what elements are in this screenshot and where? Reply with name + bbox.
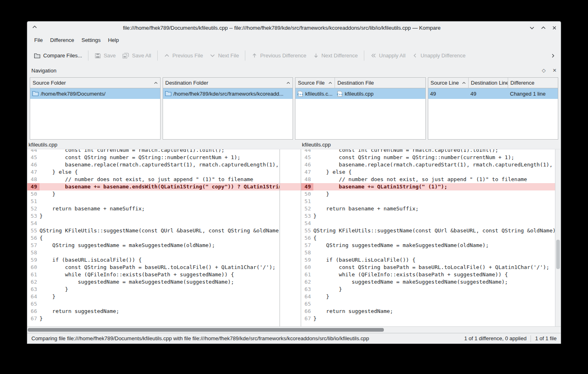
chevron-right-icon xyxy=(550,53,556,59)
float-panel-icon[interactable]: ◇ xyxy=(542,68,546,73)
destination-folder-pane: Destination Folder /home/fhek789/kde/src… xyxy=(163,77,293,140)
vertical-scrollbar-thumb[interactable] xyxy=(556,240,560,269)
vertical-scrollbar[interactable] xyxy=(555,149,561,326)
maximize-button[interactable] xyxy=(541,26,546,30)
code-text: } xyxy=(313,293,555,300)
code-text: if (baseURL.isLocalFile()) { xyxy=(40,256,280,264)
window-controls xyxy=(529,22,557,34)
difference-row[interactable]: 49 49 Changed 1 line xyxy=(428,88,558,99)
navigation-title: Navigation xyxy=(31,68,56,74)
files-header[interactable]: Source File Destination File xyxy=(295,78,425,88)
toolbar-separator xyxy=(157,50,158,61)
svg-text:C++: C++ xyxy=(297,93,303,96)
code-text: while (QFileInfo::exists(basePath + sugg… xyxy=(40,271,280,278)
unapply-all-button[interactable]: Unapply All xyxy=(367,50,409,61)
destination-line-value: 49 xyxy=(471,91,476,97)
previous-file-button[interactable]: Previous File xyxy=(161,50,206,61)
compare-files-button[interactable]: Compare Files... xyxy=(31,50,85,62)
line-number: 60 xyxy=(301,264,313,271)
toolbar-overflow-button[interactable] xyxy=(548,51,557,60)
code-line-66: 66 return suggestedName; xyxy=(27,308,280,315)
code-line-57: 57 QString suggestedName = makeSuggested… xyxy=(27,242,280,249)
code-line-48: 48 // number does not exist, so just app… xyxy=(301,176,555,183)
menu-help[interactable]: Help xyxy=(104,35,123,45)
destination-folder-header[interactable]: Destination Folder xyxy=(163,78,293,88)
line-number: 52 xyxy=(301,205,313,212)
code-text: } else { xyxy=(313,168,555,176)
code-line-47: 47 } else { xyxy=(301,168,555,176)
code-text xyxy=(313,198,555,205)
code-line-54: 54 xyxy=(301,220,555,227)
close-button[interactable] xyxy=(552,26,557,30)
code-text xyxy=(313,300,555,308)
sort-ascending-icon xyxy=(286,82,290,84)
destination-pane-title: kfileutils.cpp xyxy=(302,142,331,148)
destination-file-header-label: Destination File xyxy=(337,80,374,86)
code-line-50: 50 } xyxy=(301,190,555,198)
save-button[interactable]: Save xyxy=(91,50,119,62)
save-all-button[interactable]: Save All xyxy=(119,50,154,62)
code-line-49[interactable]: 49 basename += basename.endsWith(QLatin1… xyxy=(27,183,280,190)
source-folder-pane: Source Folder /home/fhek789/Documents/ xyxy=(30,77,161,140)
code-text: QString suggestedName = makeSuggestedNam… xyxy=(40,242,280,249)
unapply-difference-button[interactable]: Unapply Difference xyxy=(409,50,469,61)
line-number: 50 xyxy=(301,190,313,198)
code-text: } xyxy=(313,190,555,198)
code-line-53: 53} xyxy=(301,212,555,220)
previous-difference-button[interactable]: Previous Difference xyxy=(248,50,309,61)
close-panel-icon[interactable]: ✕ xyxy=(553,68,557,73)
code-line-44: 44 const int currentNum = rmatch.capture… xyxy=(301,149,555,154)
titlebar[interactable]: file:///home/fhek789/Documents/kfileutil… xyxy=(27,22,561,34)
code-line-46: 46 basename.replace(rmatch.capturedStart… xyxy=(301,161,555,168)
toolbar: Compare Files... Save Save All Previous … xyxy=(27,46,561,65)
previous-difference-label: Previous Difference xyxy=(260,52,306,59)
code-text: return basename + nameSuffix; xyxy=(40,205,280,212)
navigation-panel-titlebar[interactable]: Navigation ◇ ✕ xyxy=(27,65,561,76)
code-line-50: 50 } xyxy=(27,190,280,198)
horizontal-scrollbar[interactable] xyxy=(27,326,561,333)
line-number: 54 xyxy=(27,220,40,227)
cpp-file-icon: C++ xyxy=(297,91,303,97)
horizontal-scrollbar-thumb[interactable] xyxy=(28,328,384,332)
line-number: 47 xyxy=(27,168,40,176)
menu-difference[interactable]: Difference xyxy=(46,35,78,45)
code-text xyxy=(313,220,555,227)
source-folder-row[interactable]: /home/fhek789/Documents/ xyxy=(30,88,160,99)
line-number: 67 xyxy=(301,315,313,322)
line-number: 57 xyxy=(27,242,40,249)
line-number: 49 xyxy=(301,183,313,190)
line-number: 51 xyxy=(27,198,40,205)
next-difference-button[interactable]: Next Difference xyxy=(310,50,361,61)
files-pane: Source File Destination File C++ xyxy=(295,77,426,140)
line-number: 55 xyxy=(27,227,40,234)
menu-settings[interactable]: Settings xyxy=(78,35,104,45)
line-number: 58 xyxy=(301,249,313,256)
line-number: 53 xyxy=(301,212,313,220)
minimize-button[interactable] xyxy=(529,26,535,30)
code-line-47: 47 } else { xyxy=(27,168,280,176)
code-text: basename += QLatin1String(" (1)"); xyxy=(313,183,555,190)
code-text: basename.replace(rmatch.capturedStart(1)… xyxy=(40,161,280,168)
code-text: { xyxy=(313,234,555,242)
diff-pane-titles: kfileutils.cpp kfileutils.cpp xyxy=(27,140,561,149)
menu-file[interactable]: File xyxy=(31,35,46,45)
differences-header[interactable]: Source Line Destination Line Difference xyxy=(428,78,558,88)
line-number: 62 xyxy=(27,278,40,286)
line-number: 50 xyxy=(27,190,40,198)
line-number: 44 xyxy=(301,149,313,154)
source-folder-header[interactable]: Source Folder xyxy=(30,78,160,88)
code-line-65: 65 xyxy=(301,300,555,308)
code-line-56: 56{ xyxy=(27,234,280,242)
next-file-button[interactable]: Next File xyxy=(206,50,242,61)
sort-ascending-icon xyxy=(154,82,158,84)
files-row[interactable]: C++ kfileutils.c... C++ kfileutils.cpp xyxy=(295,88,425,99)
line-number: 58 xyxy=(27,249,40,256)
window-shade-icon[interactable] xyxy=(32,25,37,28)
code-line-59: 59 if (baseURL.isLocalFile()) { xyxy=(27,256,280,264)
line-number: 62 xyxy=(301,278,313,286)
destination-folder-row[interactable]: /home/fhek789/kde/src/frameworks/kcoread… xyxy=(163,88,293,99)
code-line-49[interactable]: 49 basename += QLatin1String(" (1)"); xyxy=(301,183,555,190)
difference-value: Changed 1 line xyxy=(510,91,546,97)
code-text: { xyxy=(40,234,280,242)
folder-icon xyxy=(34,52,41,59)
